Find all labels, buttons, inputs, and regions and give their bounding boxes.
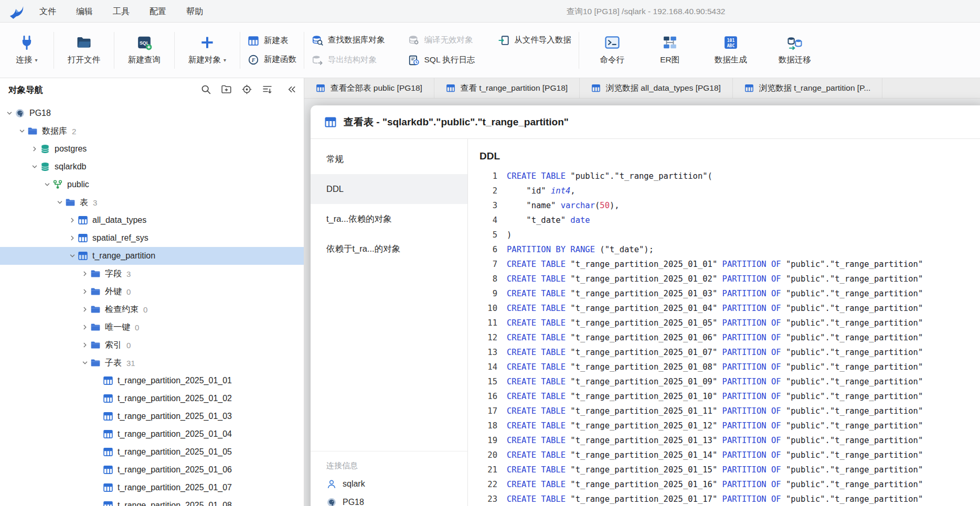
tree-item[interactable]: all_data_types <box>0 211 304 229</box>
open-file-button[interactable]: 打开文件 <box>61 35 106 66</box>
nav-dependents[interactable]: 依赖于t_ra...的对象 <box>311 234 467 264</box>
new-table-button[interactable]: 新建表 <box>248 35 296 47</box>
chevron-right-icon[interactable] <box>80 322 90 332</box>
chevron-right-icon[interactable] <box>67 215 78 225</box>
tree-item[interactable]: 字段3 <box>0 265 304 283</box>
tree-item[interactable]: t_range_partition_2025_01_01 <box>0 372 304 390</box>
tab[interactable]: 浏览数据 t_range_partition [P... <box>733 78 883 98</box>
er-diagram-button[interactable]: ER图 <box>651 35 689 66</box>
nav-general[interactable]: 常规 <box>311 144 467 174</box>
tab-label: 浏览数据 t_range_partition [P... <box>759 83 871 94</box>
tree-item-label: postgres <box>55 144 87 154</box>
menu-bar-container: 文件编辑工具配置帮助 查询10 [PG18] /sqlark - 192.168… <box>0 0 980 23</box>
menu-tools[interactable]: 工具 <box>103 0 140 23</box>
code-line: 5) <box>480 228 980 242</box>
data-migrate-button[interactable]: 数据迁移 <box>772 35 817 66</box>
menu-config[interactable]: 配置 <box>140 0 176 23</box>
compile-invalid-button[interactable]: 编译无效对象 <box>408 35 475 46</box>
chevron-right-icon[interactable] <box>80 340 90 350</box>
sidebar-header: 对象导航 <box>0 78 304 102</box>
new-function-button[interactable]: F新建函数 <box>248 54 296 66</box>
tree-item[interactable]: t_range_partition_2025_01_05 <box>0 443 304 461</box>
chevron-right-icon[interactable] <box>29 144 40 154</box>
tree-item[interactable]: 表3 <box>0 193 304 211</box>
chevron-right-icon[interactable] <box>80 286 90 297</box>
table-icon <box>446 83 455 93</box>
chevron-right-icon[interactable] <box>67 233 78 243</box>
tree-item-label: t_range_partition_2025_01_08 <box>118 501 232 506</box>
nav-ddl[interactable]: DDL <box>311 174 467 204</box>
chevron-down-icon[interactable] <box>4 108 15 119</box>
code-line: 1CREATE TABLE "public"."t_range_partitio… <box>480 169 980 184</box>
new-object-button[interactable]: 新建对象▾ <box>182 35 232 66</box>
chevron-down-icon[interactable] <box>42 179 52 190</box>
menu-help[interactable]: 帮助 <box>176 0 213 23</box>
sql-log-button[interactable]: SQL 执行日志 <box>408 55 475 66</box>
export-structure-button[interactable]: 导出结构对象 <box>312 55 385 66</box>
tree-item[interactable]: t_range_partition_2025_01_04 <box>0 425 304 443</box>
connection-info-heading: 连接信息 <box>326 461 452 471</box>
tree-item[interactable]: t_range_partition_2025_01_06 <box>0 461 304 479</box>
chevron-down-icon[interactable] <box>67 251 78 261</box>
chevron-down-icon[interactable] <box>29 162 40 172</box>
export-structure-button-label: 导出结构对象 <box>328 55 377 66</box>
tree-item[interactable]: t_range_partition_2025_01_02 <box>0 390 304 407</box>
tree-item[interactable]: t_range_partition_2025_01_07 <box>0 479 304 497</box>
tree-item[interactable]: PG18 <box>0 104 304 122</box>
code-line: 10CREATE TABLE "t_range_partition_2025_0… <box>480 301 980 316</box>
sql-file-icon: SQL <box>136 35 152 50</box>
search-button[interactable] <box>200 84 211 97</box>
find-db-objects-button[interactable]: 查找数据库对象 <box>312 35 385 46</box>
chevrons-left-icon <box>286 84 297 95</box>
new-folder-button[interactable] <box>221 84 232 97</box>
dialog-nav-items: 常规DDLt_ra...依赖的对象依赖于t_ra...的对象 <box>311 144 467 264</box>
tree-item[interactable]: 索引0 <box>0 336 304 354</box>
chevron-right-icon[interactable] <box>80 304 90 315</box>
tab[interactable]: 浏览数据 all_data_types [PG18] <box>580 78 733 98</box>
tree-item-count: 0 <box>135 323 139 332</box>
main: 对象导航 PG18数据库2postgressqlarkdbpublic表3all… <box>0 78 980 506</box>
chevron-down-icon[interactable] <box>80 358 90 368</box>
er-icon <box>662 35 678 50</box>
menu-edit[interactable]: 编辑 <box>66 0 103 23</box>
dropdown-caret-icon: ▾ <box>35 57 37 63</box>
new-query-button[interactable]: SQL新建查询 <box>122 35 167 66</box>
chevron-right-icon[interactable] <box>80 268 90 279</box>
tree-item-label: t_range_partition_2025_01_04 <box>118 429 232 439</box>
menu-file[interactable]: 文件 <box>29 0 66 23</box>
code-line: 6PARTITION BY RANGE ("t_date"); <box>480 242 980 257</box>
datagen-icon: 101ABC <box>723 35 739 50</box>
tree-item[interactable]: sqlarkdb <box>0 158 304 176</box>
data-generate-button[interactable]: 101ABC数据生成 <box>708 35 753 66</box>
chevron-spacer <box>92 447 103 457</box>
connect-button[interactable]: 连接▾ <box>7 35 46 66</box>
folder-icon <box>27 126 38 136</box>
table-icon <box>103 429 113 439</box>
toolbar-divider <box>114 32 114 69</box>
terminal-button[interactable]: 命令行 <box>593 35 632 66</box>
tree-item[interactable]: 外键0 <box>0 283 304 300</box>
data-migrate-button-label: 数据迁移 <box>779 55 811 66</box>
db-icon <box>40 144 50 154</box>
tree-item[interactable]: 子表31 <box>0 354 304 372</box>
locate-button[interactable] <box>241 84 252 97</box>
nav-depends-on[interactable]: t_ra...依赖的对象 <box>311 204 467 234</box>
tree-item[interactable]: t_range_partition_2025_01_03 <box>0 407 304 425</box>
tree-item[interactable]: postgres <box>0 140 304 158</box>
tree-item[interactable]: 检查约束0 <box>0 300 304 318</box>
chevrons-left-button[interactable] <box>286 84 297 97</box>
import-from-file-button[interactable]: 从文件导入数据 <box>498 35 571 46</box>
tree-item[interactable]: t_range_partition_2025_01_08 <box>0 497 304 506</box>
tab[interactable]: 查看全部表 public [PG18] <box>304 78 434 98</box>
tree-item[interactable]: 数据库2 <box>0 122 304 140</box>
chevron-down-icon[interactable] <box>17 126 27 136</box>
tree-item[interactable]: 唯一键0 <box>0 318 304 336</box>
tab[interactable]: 查看 t_range_partition [PG18] <box>434 78 580 98</box>
tree-item[interactable]: public <box>0 176 304 193</box>
collapse-all-button[interactable] <box>262 84 273 97</box>
tree-item[interactable]: t_range_partition <box>0 247 304 265</box>
new-query-button-label: 新建查询 <box>128 55 161 66</box>
chevron-down-icon[interactable] <box>55 197 65 208</box>
tree-item-count: 0 <box>126 287 131 296</box>
tree-item[interactable]: spatial_ref_sys <box>0 229 304 247</box>
